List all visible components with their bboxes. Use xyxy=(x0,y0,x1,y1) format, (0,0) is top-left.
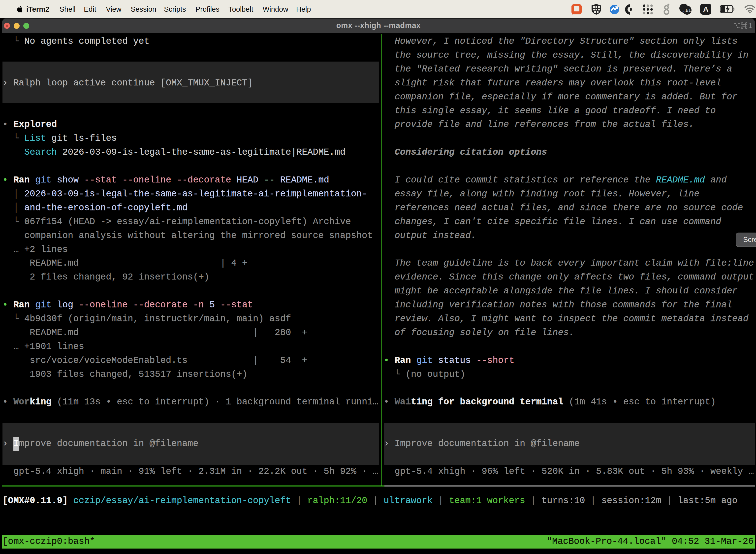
svg-text:..61: ..61 xyxy=(683,8,691,13)
